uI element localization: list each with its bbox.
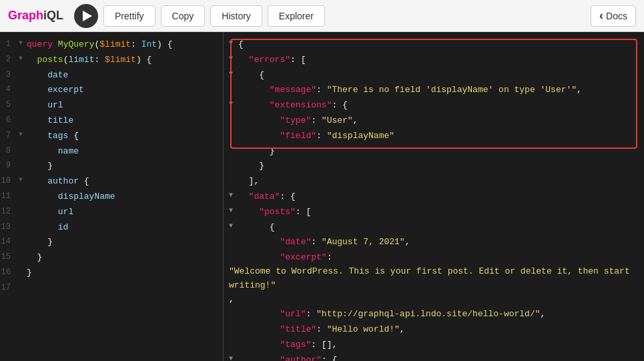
query-line-13: 13 id — [0, 220, 223, 236]
query-line-2: 2 ▼ posts(limit: $limit) { — [0, 53, 223, 68]
resp-line-5: ▼ "extensions": { — [224, 98, 644, 113]
query-line-3: 3 date — [0, 68, 223, 83]
chevron-left-icon — [599, 9, 603, 23]
history-button[interactable]: History — [210, 5, 262, 27]
query-editor[interactable]: 1 ▼ query MyQuery($limit: Int) { 2 ▼ pos… — [0, 32, 224, 361]
query-line-4: 4 excerpt — [0, 83, 223, 98]
query-line-6: 6 title — [0, 113, 223, 129]
query-line-14: 14 } — [0, 235, 223, 250]
resp-line-1: ▼ { — [224, 37, 644, 53]
docs-button[interactable]: Docs — [591, 5, 636, 27]
resp-line-3: ▼ { — [224, 68, 644, 83]
run-button[interactable] — [74, 4, 98, 28]
resp-line-17: "title": "Hello world!", — [224, 322, 644, 338]
resp-line-18: "tags": [], — [224, 338, 644, 353]
resp-line-19: ▼ "author": { — [224, 353, 644, 361]
main-area: 1 ▼ query MyQuery($limit: Int) { 2 ▼ pos… — [0, 32, 644, 361]
resp-line-14: "date": "August 7, 2021", — [224, 235, 644, 250]
app-title-ql: iQL — [43, 9, 63, 22]
resp-line-2: ▼ "errors": [ — [224, 53, 644, 68]
resp-line-7: "field": "displayName" — [224, 129, 644, 144]
resp-line-8: } — [224, 144, 644, 159]
resp-line-11: ▼ "data": { — [224, 190, 644, 205]
resp-line-13: ▼ { — [224, 220, 644, 236]
prettify-button[interactable]: Prettify — [103, 5, 155, 27]
toolbar: GraphiQL Prettify Copy History Explorer … — [0, 0, 644, 32]
resp-line-10: ], — [224, 174, 644, 190]
query-line-11: 11 displayName — [0, 190, 223, 205]
explorer-button[interactable]: Explorer — [268, 5, 325, 27]
query-line-7: 7 ▼ tags { — [0, 129, 223, 144]
response-panel[interactable]: ▼ { ▼ "errors": [ ▼ { "message": "There … — [224, 32, 644, 361]
resp-line-15: "excerpt": "Welcome to WordPress. This i… — [224, 250, 644, 307]
query-line-16: 16 } — [0, 266, 223, 281]
docs-label: Docs — [606, 11, 627, 21]
query-line-8: 8 name — [0, 144, 223, 159]
resp-line-12: ▼ "posts": [ — [224, 205, 644, 220]
resp-line-6: "type": "User", — [224, 113, 644, 129]
query-line-15: 15 } — [0, 250, 223, 266]
resp-line-16: "url": "http://graphql-api.lndo.site/hel… — [224, 307, 644, 322]
resp-line-9: } — [224, 159, 644, 174]
query-line-9: 9 } — [0, 159, 223, 174]
query-line-10: 10 ▼ author { — [0, 174, 223, 190]
query-line-12: 12 url — [0, 205, 223, 220]
copy-button[interactable]: Copy — [161, 5, 206, 27]
resp-line-4: "message": "There is no field 'displayNa… — [224, 83, 644, 98]
query-line-17: 17 — [0, 281, 223, 295]
query-line-1: 1 ▼ query MyQuery($limit: Int) { — [0, 37, 223, 53]
app-title: GraphiQL — [8, 9, 63, 23]
query-line-5: 5 url — [0, 98, 223, 113]
